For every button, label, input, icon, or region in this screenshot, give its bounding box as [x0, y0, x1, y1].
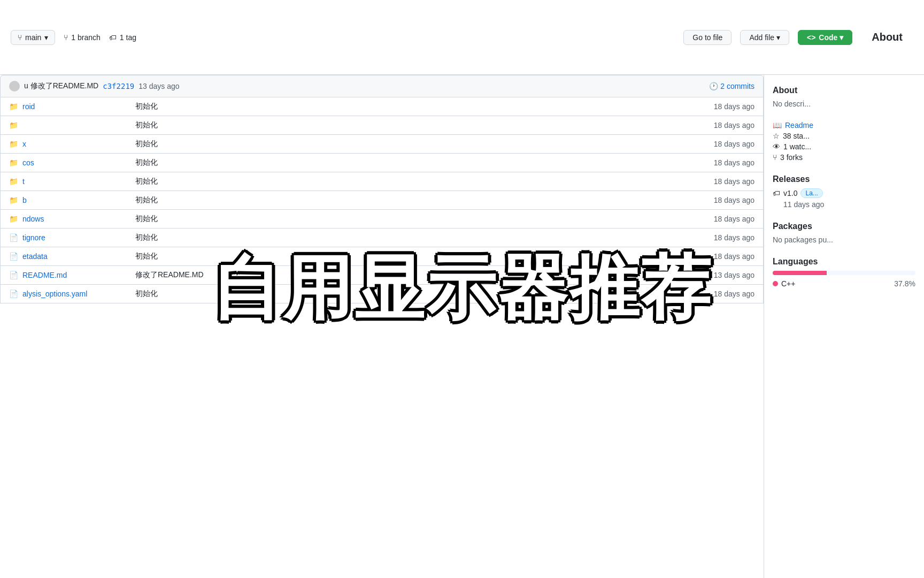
table-row: 📁 roid 初始化 18 days ago — [0, 97, 764, 116]
releases-section: Releases 🏷 v1.0 La... 11 days ago — [773, 174, 915, 209]
file-msg: 初始化 — [127, 177, 690, 186]
file-name-text: roid — [22, 102, 35, 111]
file-name[interactable]: 📄 README.md — [9, 271, 127, 279]
code-icon: <> — [807, 33, 815, 42]
file-name[interactable]: 📄 tignore — [9, 233, 127, 242]
file-name-text: etadata — [22, 252, 48, 261]
about-label: About — [861, 31, 913, 43]
table-row: 📁 cos 初始化 18 days ago — [0, 154, 764, 172]
tags-count: 1 tag — [120, 33, 136, 42]
table-row: 📄 tignore 初始化 18 days ago — [0, 229, 764, 247]
go-to-file-label: Go to file — [692, 33, 722, 42]
file-name-text: README.md — [22, 271, 67, 279]
file-msg: 初始化 — [127, 195, 690, 205]
commit-row: u 修改了README.MD c3f2219 13 days ago 🕐 2 c… — [0, 75, 764, 97]
branches-info[interactable]: ⑂ 1 branch — [64, 33, 100, 42]
file-msg: 初始化 — [127, 158, 690, 168]
release-time: 11 days ago — [783, 200, 915, 209]
file-msg: 初始化 — [127, 102, 690, 111]
sidebar: About No descri... 📖 Readme ☆ 38 sta... … — [764, 75, 924, 578]
stars-stat[interactable]: ☆ 38 sta... — [773, 132, 915, 140]
tag-icon: 🏷 — [773, 189, 780, 197]
folder-icon: 📁 — [9, 140, 18, 148]
file-icon: 📄 — [9, 252, 18, 261]
folder-icon: 📁 — [9, 121, 18, 130]
code-label: Code ▾ — [819, 33, 843, 42]
file-time: 13 days ago — [690, 271, 754, 279]
language-bar — [773, 271, 915, 275]
about-heading: About — [773, 86, 915, 95]
file-msg: 初始化 — [127, 214, 690, 224]
no-description: No descri... — [773, 100, 915, 108]
file-icon: 📄 — [9, 233, 18, 242]
watching-stat[interactable]: 👁 1 watc... — [773, 142, 915, 151]
languages-section: Languages C++ 37.8% — [773, 257, 915, 288]
tags-info[interactable]: 🏷 1 tag — [109, 33, 136, 42]
file-time: 18 days ago — [690, 121, 754, 130]
file-name[interactable]: 📁 t — [9, 177, 127, 186]
table-row: 📄 README.md 修改了README.MD 13 days ago — [0, 266, 764, 285]
file-table: u 修改了README.MD c3f2219 13 days ago 🕐 2 c… — [0, 75, 764, 578]
chevron-down-icon: ▾ — [44, 33, 48, 42]
star-icon: ☆ — [773, 132, 780, 140]
file-name-text: alysis_options.yaml — [22, 290, 87, 298]
file-name[interactable]: 📁 cos — [9, 158, 127, 167]
branch-icon: ⑂ — [18, 33, 22, 42]
file-icon: 📄 — [9, 271, 18, 279]
stars-count: 38 sta... — [783, 132, 810, 140]
file-name[interactable]: 📁 roid — [9, 102, 127, 111]
file-name[interactable]: 📁 b — [9, 196, 127, 204]
add-file-button[interactable]: Add file ▾ — [740, 30, 789, 45]
no-packages: No packages pu... — [773, 235, 915, 244]
branch-selector[interactable]: ⑂ main ▾ — [11, 30, 55, 45]
commit-hash[interactable]: c3f2219 — [103, 82, 134, 90]
file-msg: 初始化 — [127, 233, 690, 242]
file-name-text: x — [22, 140, 26, 148]
branch-name: main — [25, 33, 41, 42]
cpp-label: C++ — [781, 279, 795, 288]
file-time: 18 days ago — [690, 233, 754, 242]
readme-label: Readme — [785, 121, 813, 130]
cpp-pct: 37.8% — [894, 279, 915, 288]
go-to-file-button[interactable]: Go to file — [683, 30, 732, 45]
file-name-text: cos — [22, 158, 34, 167]
commit-time: 13 days ago — [138, 82, 179, 90]
table-row: 📄 alysis_options.yaml 初始化 18 days ago — [0, 285, 764, 303]
file-time: 18 days ago — [690, 196, 754, 204]
folder-icon: 📁 — [9, 177, 18, 186]
file-name[interactable]: 📁 — [9, 121, 127, 130]
file-time: 18 days ago — [690, 102, 754, 111]
table-row: 📁 t 初始化 18 days ago — [0, 172, 764, 191]
file-name-text: tignore — [22, 233, 45, 242]
table-row: 📁 初始化 18 days ago — [0, 116, 764, 135]
code-button[interactable]: <> Code ▾ — [798, 30, 852, 45]
folder-icon: 📁 — [9, 215, 18, 223]
cpp-lang: C++ 37.8% — [773, 279, 915, 288]
release-tag: La... — [800, 188, 822, 198]
eye-icon: 👁 — [773, 142, 780, 151]
release-item[interactable]: 🏷 v1.0 La... — [773, 188, 915, 198]
file-name[interactable]: 📁 ndows — [9, 215, 127, 223]
folder-icon: 📁 — [9, 196, 18, 204]
file-name-text: ndows — [22, 215, 44, 223]
file-time: 18 days ago — [690, 290, 754, 298]
forks-count: 3 forks — [780, 153, 803, 162]
releases-heading: Releases — [773, 174, 915, 184]
commits-link[interactable]: 🕐 2 commits — [709, 82, 754, 90]
file-time: 18 days ago — [690, 140, 754, 148]
file-time: 18 days ago — [690, 158, 754, 167]
readme-link[interactable]: 📖 Readme — [773, 121, 915, 130]
file-name[interactable]: 📄 alysis_options.yaml — [9, 290, 127, 298]
release-version: v1.0 — [783, 189, 797, 197]
cpp-bar — [773, 271, 827, 275]
file-name[interactable]: 📁 x — [9, 140, 127, 148]
commit-avatar — [9, 81, 20, 92]
file-name[interactable]: 📄 etadata — [9, 252, 127, 261]
file-name-text: b — [22, 196, 27, 204]
book-icon: 📖 — [773, 121, 782, 130]
file-msg: 修改了README.MD — [127, 270, 690, 280]
folder-icon: 📁 — [9, 158, 18, 167]
file-time: 18 days ago — [690, 177, 754, 186]
forks-stat[interactable]: ⑂ 3 forks — [773, 153, 915, 162]
tag-icon: 🏷 — [109, 33, 117, 42]
